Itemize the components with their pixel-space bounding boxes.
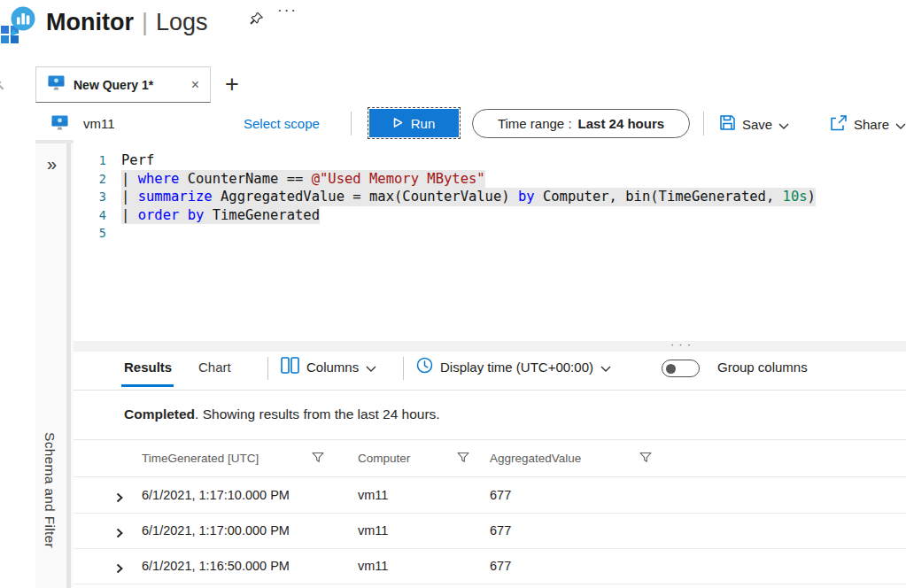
columns-button[interactable]: Columns [281,357,376,376]
table-cell: 677 [490,488,511,502]
share-icon [830,114,848,134]
tab-results[interactable]: Results [124,360,172,375]
azure-monitor-logo-icon [0,5,39,46]
query-editor[interactable]: 1Perf2| where CounterName == @"Used Memo… [74,141,906,341]
line-number: 1 [74,151,121,170]
save-button[interactable]: Save [719,114,789,134]
display-time-button[interactable]: Display time (UTC+00:00) [416,357,611,376]
columns-icon [281,357,299,376]
chevron-down-icon [778,117,789,132]
code-line: 4| order by TimeGenerated [74,206,906,225]
table-cell: 6/1/2021, 1:17:00.000 PM [142,523,290,538]
vm-monitor-icon [51,115,68,134]
table-cell: 6/1/2021, 1:16:50.000 PM [142,559,290,573]
page-title: Monitor|Logs [46,9,208,36]
pane-resize-bar[interactable] [66,143,71,588]
line-number: 2 [74,170,121,189]
table-cell: 677 [490,559,511,573]
tab-new-query-1[interactable]: New Query 1* × [35,66,211,103]
divider [403,357,404,380]
pin-icon[interactable] [249,12,264,30]
table-cell: 6/1/2021, 1:17:10.000 PM [142,488,290,502]
table-row[interactable]: 6/1/2021, 1:17:00.000 PMvm11677 [74,514,906,549]
column-header-aggregatedvalue[interactable]: AggregatedValue [490,452,581,465]
time-range-value: Last 24 hours [578,116,665,131]
query-tab-icon [48,75,65,94]
status-state: Completed [124,406,195,422]
row-expand-icon[interactable] [116,561,124,577]
line-number: 4 [74,206,121,225]
tab-chart[interactable]: Chart [198,360,231,375]
code-text: | where CounterName == @"Used Memory MBy… [121,170,485,189]
code-line: 3| summarize AggregatedValue = max(Count… [74,188,906,206]
code-line: 2| where CounterName == @"Used Memory MB… [74,170,906,189]
results-table-header: TimeGenerated [UTC] Computer AggregatedV… [74,440,906,477]
divider [351,112,352,135]
code-text: | order by TimeGenerated [121,206,320,225]
table-cell: vm11 [358,488,388,502]
monitor-logs-page: Monitor|Logs ··· New Query 1* × + vm11 [0,0,906,588]
more-options-icon[interactable]: ··· [277,2,298,19]
table-cell: 677 [490,523,511,538]
divider [74,390,906,391]
filter-icon[interactable] [312,452,324,468]
run-button[interactable]: Run [369,109,459,137]
filter-icon[interactable] [457,452,469,468]
column-header-timegenerated[interactable]: TimeGenerated [UTC] [142,452,259,465]
line-number: 5 [74,224,121,243]
table-row[interactable]: 6/1/2021, 1:17:10.000 PMvm11677 [74,478,906,514]
row-expand-icon[interactable] [116,491,124,507]
tab-close-icon[interactable]: × [190,78,201,92]
scope-name: vm11 [83,116,115,131]
code-text: Perf [121,151,154,170]
time-range-picker[interactable]: Time range : Last 24 hours [472,109,690,138]
panel-splitter[interactable]: ··· [74,341,906,352]
status-message: . Showing results from the last 24 hours… [195,406,440,422]
clock-icon [416,357,433,376]
select-scope-link[interactable]: Select scope [244,116,320,131]
row-expand-icon[interactable] [116,526,124,542]
active-tab-underline [121,384,174,387]
divider [267,357,268,380]
divider [703,112,704,135]
display-time-label: Display time (UTC+00:00) [440,360,593,375]
share-button[interactable]: Share [830,114,906,134]
collapsed-nav-chevron-fragment[interactable] [0,81,5,90]
table-cell: vm11 [358,523,388,538]
tab-label: New Query 1* [74,78,190,92]
page-title-primary: Monitor [46,9,134,35]
code-line: 1Perf [74,151,906,170]
expand-pane-icon[interactable]: » [47,154,57,174]
editor-lines: 1Perf2| where CounterName == @"Used Memo… [74,151,906,243]
filter-icon[interactable] [639,452,652,468]
column-header-computer[interactable]: Computer [358,452,410,465]
run-label: Run [411,116,436,131]
share-label: Share [854,117,889,132]
schema-filter-pane: » Schema and Filter [35,140,74,588]
table-cell: vm11 [358,559,388,573]
code-text: | summarize AggregatedValue = max(Counte… [121,188,816,206]
table-body: 6/1/2021, 1:17:10.000 PMvm116776/1/2021,… [74,478,906,584]
page-title-secondary: Logs [156,9,208,35]
run-play-icon [393,116,403,131]
columns-label: Columns [306,360,359,375]
toggle-knob [666,364,676,374]
splitter-handle-icon[interactable]: ··· [670,337,695,351]
line-number: 3 [74,188,121,206]
time-range-label: Time range : [498,116,572,131]
query-status: Completed. Showing results from the last… [124,406,440,422]
code-line: 5 [74,224,906,243]
chevron-down-icon [600,360,611,375]
page-title-separator: | [142,9,148,35]
save-icon [719,114,736,134]
chevron-down-icon [366,360,376,375]
group-columns-label: Group columns [717,360,808,375]
save-label: Save [742,117,772,132]
new-tab-button[interactable]: + [219,68,245,102]
schema-filter-label[interactable]: Schema and Filter [42,432,58,548]
chevron-down-icon [895,117,906,132]
group-columns-toggle[interactable] [662,360,700,377]
table-row[interactable]: 6/1/2021, 1:16:50.000 PMvm11677 [74,549,906,584]
